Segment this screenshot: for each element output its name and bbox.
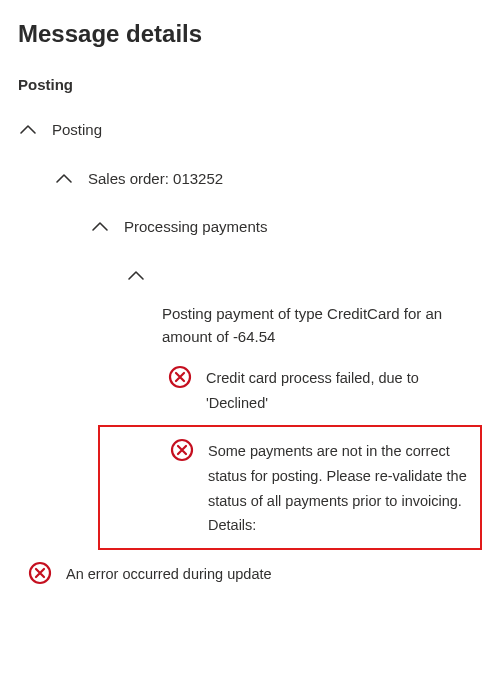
error-message-text: An error occurred during update [66,560,272,587]
chevron-up-icon[interactable] [90,217,110,237]
tree-node-label: Processing payments [124,216,267,239]
chevron-up-icon[interactable] [126,266,146,286]
tree-node-payment-detail [126,259,482,292]
section-label: Posting [18,76,482,93]
tree-node-body: Posting payment of type CreditCard for a… [162,298,482,361]
tree-node-sales-order: Sales order: 013252 [54,162,482,197]
tree-node-processing-payments: Processing payments [90,210,482,245]
error-icon [170,438,194,462]
page-title: Message details [18,20,482,48]
error-icon [28,561,52,585]
tree-node-label: Sales order: 013252 [88,168,223,191]
tree-node-posting: Posting [18,113,482,148]
chevron-up-icon[interactable] [54,169,74,189]
chevron-up-icon[interactable] [18,120,38,140]
error-message-row: Credit card process failed, due to 'Decl… [168,360,482,419]
error-message-text: Some payments are not in the correct sta… [208,437,474,538]
error-message-text: Credit card process failed, due to 'Decl… [206,364,482,415]
payment-detail-text: Posting payment of type CreditCard for a… [162,302,482,349]
error-message-row: Some payments are not in the correct sta… [170,433,474,542]
error-message-row: An error occurred during update [28,556,482,591]
tree-node-label: Posting [52,119,102,142]
error-icon [168,365,192,389]
highlighted-error-box: Some payments are not in the correct sta… [98,425,482,550]
